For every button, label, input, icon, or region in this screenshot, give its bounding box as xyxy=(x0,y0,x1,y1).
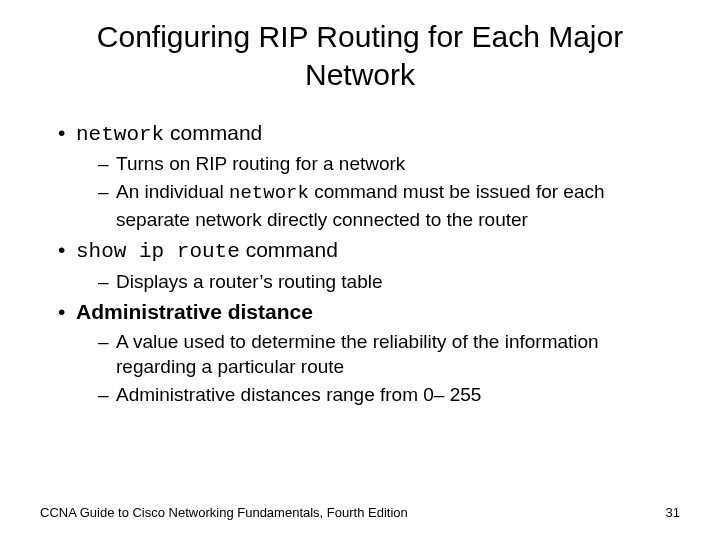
bullet-show-ip-route: show ip route command Displays a router’… xyxy=(58,236,680,294)
code-show-ip-route: show ip route xyxy=(76,240,240,263)
slide-title: Configuring RIP Routing for Each Major N… xyxy=(40,18,680,93)
text-command-suffix: command xyxy=(164,121,262,144)
sub-list: Turns on RIP routing for a network An in… xyxy=(76,151,680,232)
text-admin-distance: Administrative distance xyxy=(76,300,313,323)
bullet-list: network command Turns on RIP routing for… xyxy=(40,119,680,408)
page-number: 31 xyxy=(666,505,680,520)
bullet-network-command: network command Turns on RIP routing for… xyxy=(58,119,680,232)
code-network: network xyxy=(76,123,164,146)
code-network-inline: network xyxy=(229,182,309,204)
footer-text: CCNA Guide to Cisco Networking Fundament… xyxy=(40,505,408,520)
bullet-admin-distance: Administrative distance A value used to … xyxy=(58,298,680,407)
text-command-suffix: command xyxy=(240,238,338,261)
sub-displays-table: Displays a router’s routing table xyxy=(98,269,680,295)
sub-range: Administrative distances range from 0– 2… xyxy=(98,382,680,408)
sub-turns-on: Turns on RIP routing for a network xyxy=(98,151,680,177)
footer: CCNA Guide to Cisco Networking Fundament… xyxy=(40,505,680,520)
sub-list: A value used to determine the reliabilit… xyxy=(76,329,680,408)
sub-list: Displays a router’s routing table xyxy=(76,269,680,295)
sub-reliability: A value used to determine the reliabilit… xyxy=(98,329,680,380)
text-part: An individual xyxy=(116,181,229,202)
sub-individual-network: An individual network command must be is… xyxy=(98,179,680,232)
